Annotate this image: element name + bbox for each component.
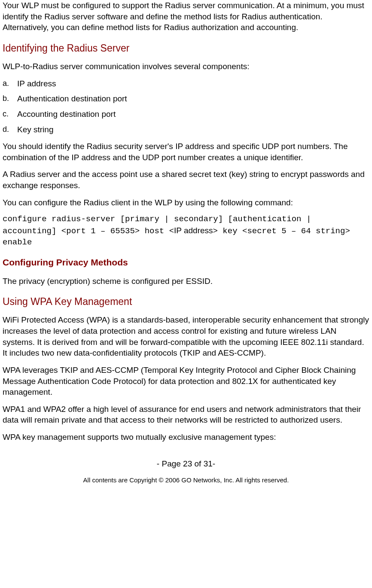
intro-paragraph: Your WLP must be configured to support t…	[3, 0, 369, 33]
list-item: b. Authentication destination port	[3, 93, 369, 104]
page-number: - Page 23 of 31-	[3, 458, 369, 469]
list-marker: a.	[3, 78, 9, 88]
list-item: c. Accounting destination port	[3, 109, 369, 120]
list-text: IP address	[17, 79, 56, 88]
cmd-ip: IP address	[174, 226, 213, 235]
wpa-p3: WPA1 and WPA2 offer a high level of assu…	[3, 404, 369, 426]
identify-p1: You should identify the Radius security …	[3, 141, 369, 163]
identify-intro: WLP-to-Radius server communication invol…	[3, 61, 369, 72]
heading-wpa-key-management: Using WPA Key Management	[3, 295, 369, 308]
list-text: Authentication destination port	[17, 94, 127, 103]
wpa-p2: WPA leverages TKIP and AES-CCMP (Tempora…	[3, 365, 369, 398]
list-marker: b.	[3, 93, 9, 104]
components-list: a. IP address b. Authentication destinat…	[3, 78, 369, 135]
list-text: Key string	[17, 125, 53, 134]
copyright-notice: All contents are Copyright © 2006 GO Net…	[3, 476, 369, 484]
list-item: d. Key string	[3, 124, 369, 135]
heading-privacy-methods: Configuring Privacy Methods	[3, 256, 369, 268]
page-footer: - Page 23 of 31- All contents are Copyri…	[3, 458, 369, 485]
list-text: Accounting destination port	[17, 110, 116, 119]
identify-p3: You can configure the Radius client in t…	[3, 197, 369, 208]
list-item: a. IP address	[3, 78, 369, 89]
privacy-paragraph: The privacy (encryption) scheme is confi…	[3, 276, 369, 287]
heading-identify-radius: Identifying the Radius Server	[3, 42, 369, 55]
wpa-p4: WPA key management supports two mutually…	[3, 432, 369, 443]
command-block: configure radius-server [primary | secon…	[3, 214, 369, 248]
list-marker: d.	[3, 124, 9, 134]
identify-p2: A Radius server and the access point use…	[3, 169, 369, 191]
list-marker: c.	[3, 109, 9, 119]
wpa-p1: WiFi Protected Access (WPA) is a standar…	[3, 314, 369, 359]
